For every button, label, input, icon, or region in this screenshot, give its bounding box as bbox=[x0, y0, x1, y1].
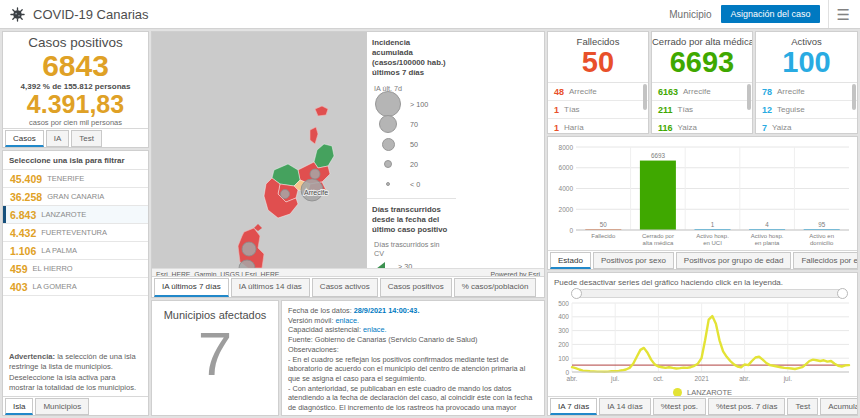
stat-list: 48Arrecife1Tías1Haría0San Bartolomé bbox=[548, 82, 648, 133]
island-count: 6.843 bbox=[10, 209, 36, 221]
municipios-afectados-panel: Municipios afectados 7 bbox=[151, 300, 279, 416]
island-row-lanzarote[interactable]: 6.843LANZAROTE bbox=[3, 206, 148, 224]
tab-ia-ltimos-7-d-as[interactable]: IA últimos 7 días bbox=[154, 278, 229, 297]
stat-row-name: Yaiza bbox=[772, 123, 791, 132]
island-name: EL HIERRO bbox=[33, 264, 73, 273]
island-filter-panel: Seleccione una isla para filtrar 45.409T… bbox=[2, 150, 149, 416]
stat-list-scrollbar[interactable] bbox=[747, 84, 751, 110]
tab-ia-14-d-as[interactable]: IA 14 días bbox=[599, 398, 651, 415]
range-handle-right[interactable] bbox=[837, 288, 848, 299]
legend-ia-items: > 100705020< 0 bbox=[372, 97, 451, 192]
stat-row-yaiza[interactable]: 116Yaiza bbox=[652, 119, 752, 133]
svg-text:Cerrado por: Cerrado por bbox=[642, 233, 674, 239]
stat-row-name: Teguise bbox=[777, 105, 805, 114]
stat-value: 6693 bbox=[652, 47, 752, 77]
tab-fallecidos-por-edad-y-sexo[interactable]: Fallecidos por edad y sexo bbox=[793, 252, 858, 269]
island-row-el-hierro[interactable]: 459EL HIERRO bbox=[3, 260, 148, 278]
map-legend: Incidencia acumulada (casos/100000 hab.)… bbox=[366, 32, 456, 268]
island-warning-bold: Advertencia: bbox=[9, 352, 55, 361]
casos-tabs: CasosIATest bbox=[3, 128, 148, 147]
stat-row-arrecife[interactable]: 6163Arrecife bbox=[652, 83, 752, 101]
stat-row-t-as[interactable]: 211Tías bbox=[652, 101, 752, 119]
tab-test[interactable]: Test bbox=[787, 398, 818, 415]
info-version: Versión móvil: enlace. bbox=[288, 316, 538, 326]
circle-swatch bbox=[386, 182, 390, 186]
circle-swatch bbox=[382, 138, 395, 151]
stat-row-yaiza[interactable]: 7Yaiza bbox=[756, 119, 857, 133]
tab-casos[interactable]: Casos bbox=[5, 130, 44, 147]
island-name: TENERIFE bbox=[47, 174, 84, 183]
island-row-gran-canaria[interactable]: 36.258GRAN CANARIA bbox=[3, 188, 148, 206]
island-row-fuerteventura[interactable]: 4.432FUERTEVENTURA bbox=[3, 224, 148, 242]
time-range-slider[interactable] bbox=[572, 289, 847, 298]
tab-ia-ltimos-14-d-as[interactable]: IA últimos 14 días bbox=[231, 278, 310, 297]
svg-text:4000: 4000 bbox=[559, 185, 574, 192]
line-chart[interactable]: 0100200300400500abr.jul.oct.2021abr.jul. bbox=[548, 298, 857, 384]
stat-row-arrecife[interactable]: 78Arrecife bbox=[756, 83, 857, 101]
stat-list-scrollbar[interactable] bbox=[643, 84, 647, 110]
island-warning: Advertencia: la selección de una isla re… bbox=[9, 352, 142, 393]
svg-text:100: 100 bbox=[558, 355, 569, 362]
stat-row-value: 78 bbox=[762, 87, 772, 97]
stat-panel-activos: Activos10078Arrecife12Teguise7Yaiza2Tías bbox=[755, 31, 858, 134]
stat-row-name: Arrecife bbox=[777, 87, 805, 96]
stat-list: 78Arrecife12Teguise7Yaiza2Tías bbox=[756, 82, 857, 133]
municipio-selector[interactable]: Municipio bbox=[669, 9, 711, 20]
tab-positivos-por-grupo-de-edad[interactable]: Positivos por grupo de edad bbox=[676, 252, 792, 269]
stat-row-t-as[interactable]: 1Tías bbox=[548, 101, 648, 119]
map-city-label: Arrecife bbox=[304, 189, 328, 196]
range-handle-left[interactable] bbox=[571, 288, 582, 299]
casos-positivos-value: 6843 bbox=[3, 51, 148, 81]
svg-text:Fallecido: Fallecido bbox=[591, 233, 616, 239]
tab-estado[interactable]: Estado bbox=[550, 252, 591, 269]
svg-text:oct.: oct. bbox=[653, 375, 664, 382]
stat-row-arrecife[interactable]: 48Arrecife bbox=[548, 83, 648, 101]
tab-municipios[interactable]: Municipios bbox=[35, 398, 89, 415]
info-text: Fecha de los datos: 28/9/2021 14:00:43. … bbox=[282, 301, 544, 416]
tab-casos-poblaci-n[interactable]: % casos/población bbox=[454, 278, 537, 297]
tab-test-pos[interactable]: %test pos. bbox=[653, 398, 706, 415]
tab-test[interactable]: Test bbox=[71, 130, 102, 147]
stat-row-value: 211 bbox=[658, 105, 673, 115]
stat-row-teguise[interactable]: 12Teguise bbox=[756, 101, 857, 119]
svg-text:6693: 6693 bbox=[651, 152, 666, 159]
stat-list-scrollbar[interactable] bbox=[852, 84, 856, 110]
tab-ia-7-d-as[interactable]: IA 7 días bbox=[550, 398, 597, 415]
covid-virus-icon bbox=[10, 7, 25, 22]
capacidad-asistencial-link[interactable]: enlace. bbox=[363, 325, 387, 334]
svg-text:4: 4 bbox=[765, 221, 769, 228]
svg-text:2000: 2000 bbox=[559, 206, 574, 213]
estado-tabs: EstadoPositivos por sexoPositivos por gr… bbox=[548, 250, 857, 269]
info-fuente: Fuente: Gobierno de Canarias (Servicio C… bbox=[288, 335, 538, 345]
island-row-la-palma[interactable]: 1.106LA PALMA bbox=[3, 242, 148, 260]
tab-isla[interactable]: Isla bbox=[5, 398, 33, 415]
stat-row-name: Arrecife bbox=[569, 87, 597, 96]
legend-circle-item: < 0 bbox=[372, 177, 451, 192]
island-count: 45.409 bbox=[10, 173, 42, 185]
tab-acumulado[interactable]: Acumulado bbox=[820, 398, 858, 415]
version-movil-link[interactable]: enlace. bbox=[335, 316, 359, 325]
stat-row-name: Arrecife bbox=[683, 87, 711, 96]
menu-icon[interactable]: ☰ bbox=[837, 7, 850, 22]
island-row-la-gomera[interactable]: 403LA GOMERA bbox=[3, 278, 148, 296]
info-observaciones-title: Observaciones: bbox=[288, 345, 538, 355]
bar-cerrado-por-alta-m-dica[interactable] bbox=[640, 161, 676, 230]
circle-swatch bbox=[379, 115, 397, 133]
stat-row-value: 116 bbox=[658, 123, 673, 133]
stat-row-har-a[interactable]: 1Haría bbox=[548, 119, 648, 133]
island-row-tenerife[interactable]: 45.409TENERIFE bbox=[3, 170, 148, 188]
bar-chart[interactable]: 0200040006000800050Fallecido6693Cerrado … bbox=[548, 137, 857, 250]
stat-value: 100 bbox=[756, 47, 857, 77]
map-panel: Arrecife ⌂ ◎ Incidencia acumulada (casos… bbox=[151, 31, 545, 298]
asignacion-del-caso-button[interactable]: Asignación del caso bbox=[721, 5, 819, 23]
map-canvas[interactable]: Arrecife ⌂ ◎ Incidencia acumulada (casos… bbox=[152, 32, 456, 268]
tab-casos-activos[interactable]: Casos activos bbox=[312, 278, 378, 297]
svg-text:abr.: abr. bbox=[567, 375, 578, 382]
tab-positivos-por-sexo[interactable]: Positivos por sexo bbox=[593, 252, 674, 269]
tab-test-pos-7-d-as[interactable]: %test pos. 7 días bbox=[708, 398, 785, 415]
svg-text:400: 400 bbox=[558, 313, 569, 320]
svg-text:50: 50 bbox=[600, 221, 608, 228]
observacion-line: - Con anterioridad, se publicaban en est… bbox=[288, 384, 538, 416]
tab-ia[interactable]: IA bbox=[46, 130, 70, 147]
tab-casos-positivos[interactable]: Casos positivos bbox=[380, 278, 452, 297]
